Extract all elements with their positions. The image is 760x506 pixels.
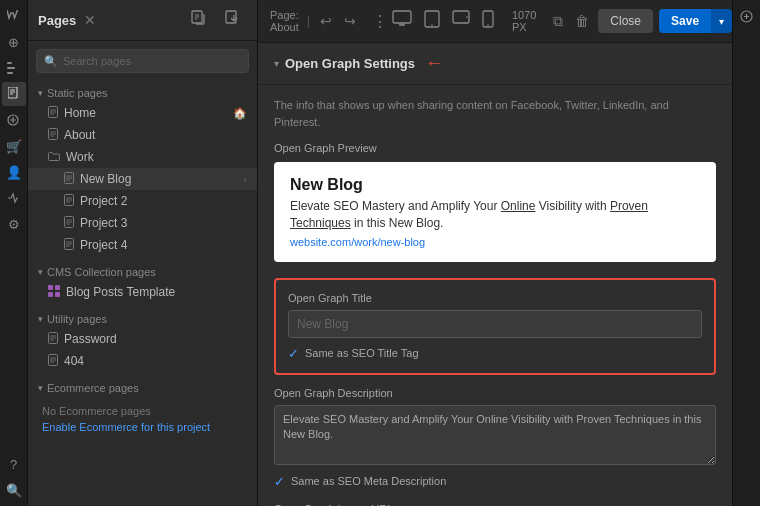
settings-icon[interactable]: ⚙: [2, 212, 26, 236]
page-doc-icon-new-blog: [64, 172, 74, 186]
ecommerce-pages-section[interactable]: ▾ Ecommerce pages: [28, 372, 257, 397]
cms-icon[interactable]: [2, 108, 26, 132]
utility-section: ▾ Utility pages Password 404: [28, 303, 257, 372]
desktop-viewport-icon[interactable]: [388, 8, 416, 34]
members-icon[interactable]: 👤: [2, 160, 26, 184]
pages-header: Pages ✕: [28, 0, 257, 41]
page-label-new-blog: New Blog: [80, 172, 131, 186]
pages-header-actions: [187, 8, 247, 32]
redo-icon[interactable]: ↪: [342, 11, 358, 31]
og-title-check-icon: ✓: [288, 346, 299, 361]
og-preview-desc-underline2: Proven Techniques: [290, 199, 648, 230]
cms-pages-label: CMS Collection pages: [47, 266, 156, 278]
mobile-landscape-icon[interactable]: [448, 8, 474, 34]
mobile-portrait-icon[interactable]: [478, 8, 498, 34]
save-dropdown-button[interactable]: ▾: [711, 9, 732, 33]
svg-rect-14: [55, 285, 60, 290]
static-pages-label: Static pages: [47, 87, 108, 99]
og-preview-title: New Blog: [290, 176, 700, 194]
og-title-highlight-box: Open Graph Title ✓ Same as SEO Title Tag: [274, 278, 716, 375]
page-item-project2[interactable]: Project 2: [28, 190, 257, 212]
cms-collection-icon: [48, 285, 60, 299]
search-bottom-icon[interactable]: 🔍: [2, 478, 26, 502]
page-item-work[interactable]: Work: [28, 146, 257, 168]
close-button[interactable]: Close: [598, 9, 653, 33]
og-title-checkbox-row[interactable]: ✓ Same as SEO Title Tag: [288, 346, 702, 361]
page-label-blog-template: Blog Posts Template: [66, 285, 175, 299]
og-preview-label: Open Graph Preview: [274, 142, 716, 154]
og-title-checkbox-label: Same as SEO Title Tag: [305, 347, 419, 359]
tablet-viewport-icon[interactable]: [420, 8, 444, 34]
page-item-blog-template[interactable]: Blog Posts Template: [28, 281, 257, 303]
add-panel-icon[interactable]: ⊕: [2, 30, 26, 54]
static-chevron-icon: ▾: [38, 88, 43, 98]
page-item-404[interactable]: 404: [28, 350, 257, 372]
og-title-input[interactable]: [288, 310, 702, 338]
og-image-group: Open Graph Image URL Make sure your imag…: [274, 503, 716, 506]
viewport-icons-group: [388, 8, 498, 34]
home-icon: 🏠: [233, 107, 247, 120]
undo-icon[interactable]: ↩: [318, 11, 334, 31]
page-arrow-icon: ›: [243, 173, 247, 185]
og-section-title: Open Graph Settings: [285, 56, 415, 71]
cms-chevron-icon: ▾: [38, 267, 43, 277]
pages-panel: Pages ✕ 🔍 ▾ Static pages Home 🏠: [28, 0, 258, 506]
cms-pages-section[interactable]: ▾ CMS Collection pages: [28, 256, 257, 281]
page-item-password[interactable]: Password: [28, 328, 257, 350]
page-item-project3[interactable]: Project 3: [28, 212, 257, 234]
save-button-group: Save ▾: [659, 9, 732, 33]
ecommerce-pages-label: Ecommerce pages: [47, 382, 139, 394]
main-content: Page: About | ↩ ↪ ⋮ 1070 PX: [258, 0, 732, 506]
page-item-project4[interactable]: Project 4: [28, 234, 257, 256]
static-pages-section[interactable]: ▾ Static pages: [28, 81, 257, 102]
svg-point-23: [466, 16, 468, 18]
save-button[interactable]: Save: [659, 9, 711, 33]
utility-chevron-icon: ▾: [38, 314, 43, 324]
folder-icon-work: [48, 151, 60, 163]
utility-pages-section[interactable]: ▾ Utility pages: [28, 303, 257, 328]
pages-close-button[interactable]: ✕: [84, 12, 96, 28]
og-preview-desc-underline: Online: [501, 199, 536, 213]
rt-icon-1[interactable]: [735, 4, 759, 28]
og-preview-box: New Blog Elevate SEO Mastery and Amplify…: [274, 162, 716, 262]
svg-point-21: [431, 24, 433, 26]
og-desc-checkbox-row[interactable]: ✓ Same as SEO Meta Description: [274, 474, 716, 489]
no-ecommerce-box: No Ecommerce pages Enable Ecommerce for …: [28, 397, 257, 441]
svg-rect-2: [7, 72, 13, 74]
page-doc-icon-about: [48, 128, 58, 142]
svg-point-25: [487, 24, 489, 26]
page-item-home[interactable]: Home 🏠: [28, 102, 257, 124]
utility-pages-label: Utility pages: [47, 313, 107, 325]
logic-icon[interactable]: [2, 186, 26, 210]
og-section-toggle[interactable]: ▾ Open Graph Settings ←: [258, 43, 732, 85]
navigator-icon[interactable]: [2, 56, 26, 80]
og-desc-textarea[interactable]: Elevate SEO Mastery and Amplify Your Onl…: [274, 405, 716, 465]
page-doc-icon-404: [48, 354, 58, 368]
page-label-home: Home: [64, 106, 96, 120]
og-preview-url: website.com/work/new-blog: [290, 236, 700, 248]
topbar-separator: |: [307, 14, 310, 28]
page-label-work: Work: [66, 150, 94, 164]
search-icon: 🔍: [44, 55, 58, 68]
page-doc-icon-pass: [48, 332, 58, 346]
duplicate-icon[interactable]: ⧉: [550, 10, 566, 33]
pages-icon[interactable]: [2, 82, 26, 106]
topbar-menu-icon[interactable]: ⋮: [372, 12, 388, 31]
page-item-new-blog[interactable]: New Blog ›: [28, 168, 257, 190]
import-page-icon[interactable]: [221, 8, 247, 32]
left-toolbar: ⊕ 🛒 👤 ⚙ ? 🔍: [0, 0, 28, 506]
page-doc-icon-p2: [64, 194, 74, 208]
page-label-404: 404: [64, 354, 84, 368]
enable-ecommerce-link[interactable]: Enable Ecommerce for this project: [42, 421, 210, 433]
help-icon[interactable]: ?: [2, 452, 26, 476]
top-bar-right: 1070 PX ⧉ 🗑 Close Save ▾: [388, 8, 732, 34]
add-page-icon[interactable]: [187, 8, 213, 32]
delete-icon[interactable]: 🗑: [572, 10, 592, 32]
svg-rect-1: [7, 67, 15, 69]
og-desc-checkbox-label: Same as SEO Meta Description: [291, 475, 446, 487]
search-input[interactable]: [36, 49, 249, 73]
page-item-about[interactable]: About: [28, 124, 257, 146]
ecommerce-icon[interactable]: 🛒: [2, 134, 26, 158]
svg-rect-0: [7, 62, 12, 64]
ecommerce-chevron-icon: ▾: [38, 383, 43, 393]
